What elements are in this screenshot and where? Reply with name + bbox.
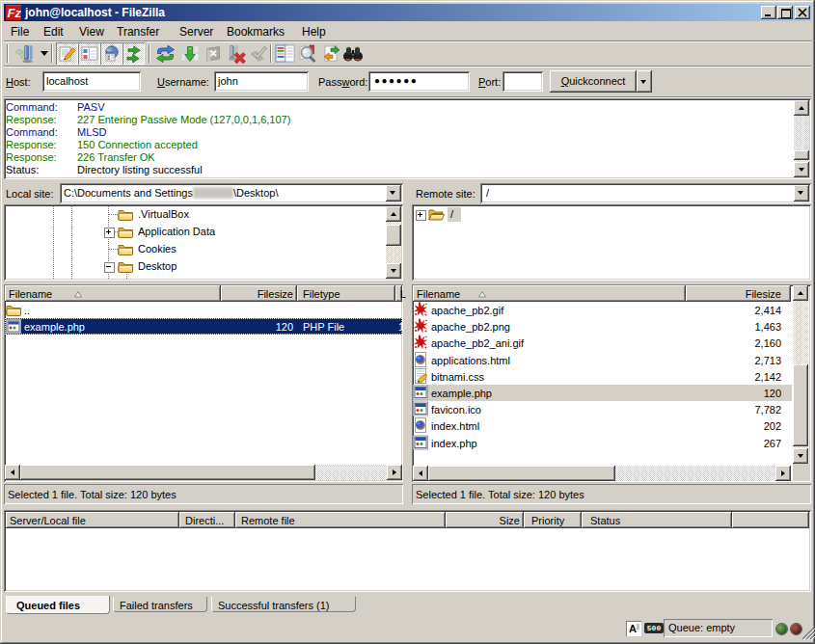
- svg-text:A: A: [629, 623, 637, 634]
- svg-text:Fz: Fz: [8, 6, 21, 20]
